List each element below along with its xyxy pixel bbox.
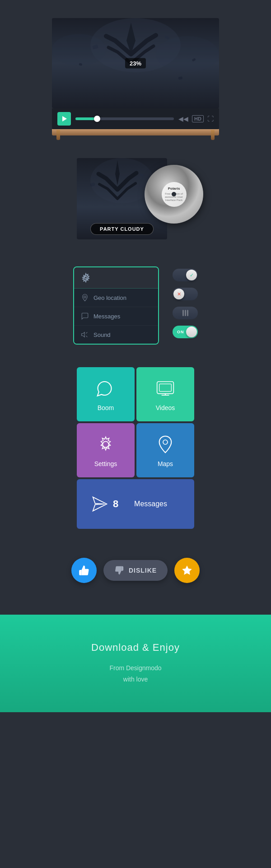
boom-tile[interactable]: Boom	[77, 367, 135, 421]
cd-hole	[172, 192, 176, 196]
video-section: 23% ◀◀ HD ⛶	[0, 0, 271, 129]
cd-label: Polaris Free section of awesome User Int…	[162, 182, 187, 207]
footer-subtitle: From Designmodo with love	[9, 663, 262, 685]
toggle-on-text: ON	[177, 330, 184, 334]
svg-point-22	[103, 441, 108, 447]
geolocation-label: Geo location	[93, 294, 126, 301]
like-button[interactable]	[71, 558, 97, 583]
sound-icon	[81, 331, 89, 339]
svg-point-13	[84, 276, 87, 279]
send-icon	[90, 495, 109, 513]
toggle-ridges	[182, 310, 188, 316]
video-container: 23% ◀◀ HD ⛶	[52, 18, 219, 129]
fullscreen-icon[interactable]: ⛶	[207, 115, 214, 122]
svg-line-17	[86, 336, 88, 337]
boom-label: Boom	[98, 404, 114, 411]
star-icon	[181, 565, 193, 576]
message-icon	[81, 312, 89, 320]
settings-header	[74, 267, 158, 289]
thumbs-up-icon	[78, 565, 90, 576]
toggles-container: ✓ ✕ ON	[173, 266, 198, 345]
toggle-knob-1: ✓	[186, 270, 197, 280]
thumbs-down-icon	[114, 565, 124, 575]
footer-section: Download & Enjoy From Designmodo with lo…	[0, 615, 271, 712]
settings-section: Geo location Messages Sound ✓	[0, 253, 271, 358]
maps-label: Maps	[158, 460, 173, 467]
tv-icon	[154, 377, 177, 400]
toggle-3[interactable]	[173, 307, 198, 319]
settings-tile[interactable]: Settings	[77, 423, 135, 477]
location-icon	[81, 294, 89, 302]
sound-label: Sound	[93, 331, 111, 338]
app-row-3: 8 Messages	[77, 479, 194, 529]
dislike-label: DISLIKE	[129, 567, 157, 574]
cd-disc: Polaris Free section of awesome User Int…	[145, 165, 203, 224]
progress-badge: 23%	[125, 58, 146, 69]
action-section: DISLIKE	[0, 540, 271, 601]
settings-label: Settings	[94, 460, 117, 467]
music-container: PARTY CLOUDY Polaris Free section of awe…	[77, 158, 194, 239]
chat-icon	[94, 377, 117, 400]
video-controls: ◀◀ HD ⛶	[52, 108, 219, 129]
svg-marker-25	[182, 565, 192, 575]
videos-label: Videos	[156, 404, 175, 411]
music-section: PARTY CLOUDY Polaris Free section of awe…	[0, 135, 271, 253]
footer-title: Download & Enjoy	[9, 642, 262, 653]
weather-label[interactable]: PARTY CLOUDY	[90, 223, 154, 235]
map-pin-icon	[154, 433, 177, 456]
svg-point-14	[84, 296, 86, 298]
messages-tile[interactable]: 8 Messages	[77, 479, 194, 529]
shelf	[52, 129, 219, 135]
maps-tile[interactable]: Maps	[136, 423, 194, 477]
app-row-1: Boom Videos	[77, 367, 194, 421]
svg-point-23	[163, 440, 168, 444]
video-right-controls: ◀◀ HD ⛶	[178, 115, 214, 122]
toggle-1[interactable]: ✓	[173, 269, 198, 281]
toggle-knob-2: ✕	[173, 289, 184, 299]
progress-bar[interactable]	[75, 117, 174, 120]
videos-tile[interactable]: Videos	[136, 367, 194, 421]
svg-marker-15	[82, 332, 85, 337]
play-button[interactable]	[57, 112, 71, 126]
settings-icon	[94, 433, 117, 456]
svg-marker-24	[93, 497, 107, 511]
message-badge: 8	[113, 498, 118, 510]
messages-full-label: Messages	[134, 500, 167, 508]
hd-badge: HD	[192, 115, 204, 122]
settings-menu: Geo location Messages Sound	[73, 266, 159, 345]
toggle-4[interactable]: ON	[173, 326, 198, 338]
cd-outer: Polaris Free section of awesome User Int…	[145, 165, 203, 224]
settings-item-sound[interactable]: Sound	[74, 326, 158, 344]
progress-handle[interactable]	[94, 116, 100, 122]
app-grid-section: Boom Videos Settings	[0, 358, 271, 540]
toggle-2[interactable]: ✕	[173, 288, 198, 300]
settings-item-messages[interactable]: Messages	[74, 307, 158, 326]
svg-line-16	[86, 332, 88, 334]
dislike-button[interactable]: DISLIKE	[103, 560, 168, 581]
star-button[interactable]	[174, 558, 200, 583]
app-grid: Boom Videos Settings	[77, 367, 194, 531]
video-frame: 23%	[52, 18, 219, 108]
app-row-2: Settings Maps	[77, 423, 194, 477]
gear-icon	[81, 273, 91, 283]
svg-point-12	[90, 158, 154, 203]
volume-icon[interactable]: ◀◀	[178, 115, 188, 122]
svg-point-7	[156, 36, 219, 72]
toggle-knob-4	[186, 327, 197, 337]
svg-rect-21	[159, 384, 172, 392]
messages-label: Messages	[93, 313, 120, 320]
svg-point-8	[52, 34, 106, 65]
settings-item-geolocation[interactable]: Geo location	[74, 289, 158, 307]
